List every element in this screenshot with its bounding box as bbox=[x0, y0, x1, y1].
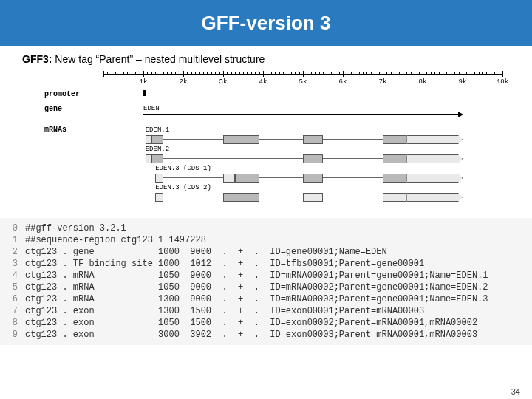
line-number: 3 bbox=[0, 258, 25, 270]
row-label-gene: gene bbox=[44, 105, 100, 113]
line-number: 7 bbox=[0, 305, 25, 317]
cds-segment bbox=[223, 193, 259, 202]
gene-track: EDEN bbox=[103, 112, 502, 123]
line-number: 6 bbox=[0, 293, 25, 305]
ruler-tick-label: 1k bbox=[140, 78, 148, 86]
ruler-tick-label: 5k bbox=[299, 78, 307, 86]
page-number: 34 bbox=[511, 387, 520, 396]
code-text: ctg123 . exon 1050 1500 . + . ID=exon000… bbox=[25, 317, 532, 329]
code-text: ctg123 . exon 1300 1500 . + . ID=exon000… bbox=[25, 305, 532, 317]
subtitle-rest: New tag “Parent” – nested multilevel str… bbox=[52, 53, 265, 65]
ruler-tick-label: 4k bbox=[259, 78, 267, 86]
cds-segment bbox=[151, 154, 163, 163]
promoter-box bbox=[143, 90, 146, 96]
code-line: 7ctg123 . exon 1300 1500 . + . ID=exon00… bbox=[0, 305, 532, 317]
slide-title: GFF-version 3 bbox=[202, 12, 331, 35]
code-line: 1##sequence-region ctg123 1 1497228 bbox=[0, 234, 532, 246]
cds-segment bbox=[383, 154, 406, 163]
cds-segment bbox=[383, 174, 406, 183]
line-number: 9 bbox=[0, 329, 25, 341]
cds-segment bbox=[235, 174, 259, 183]
cds-segment bbox=[383, 135, 406, 144]
line-number: 8 bbox=[0, 317, 25, 329]
ruler-tick-label: 3k bbox=[219, 78, 228, 86]
mrna-name: EDEN.2 bbox=[146, 146, 169, 153]
code-line: 3ctg123 . TF_binding_site 1000 1012 . + … bbox=[0, 258, 532, 270]
cds-segment bbox=[303, 174, 323, 183]
utr-segment bbox=[383, 193, 406, 202]
slide-header: GFF-version 3 bbox=[0, 0, 532, 46]
mrna-name: EDEN.3 (CDS 2) bbox=[155, 184, 211, 191]
mrna-name: EDEN.3 (CDS 1) bbox=[155, 165, 211, 172]
code-text: ctg123 . mRNA 1050 9000 . + . ID=mRNA000… bbox=[25, 270, 532, 282]
code-text: ctg123 . mRNA 1300 9000 . + . ID=mRNA000… bbox=[25, 293, 532, 305]
code-text: ctg123 . mRNA 1050 9000 . + . ID=mRNA000… bbox=[25, 282, 532, 293]
ruler-tick-label: 10k bbox=[497, 78, 508, 86]
promoter-track bbox=[103, 90, 502, 100]
code-block: 0##gff-version 3.2.11##sequence-region c… bbox=[0, 218, 532, 345]
ruler: 1k2k3k4k5k6k7k8k9k10k bbox=[103, 69, 502, 83]
line-number: 5 bbox=[0, 282, 25, 293]
subtitle-lead: GFF3: bbox=[22, 53, 52, 65]
gene-name-label: EDEN bbox=[143, 105, 160, 112]
utr-segment bbox=[406, 154, 463, 163]
mrna-name: EDEN.1 bbox=[146, 126, 169, 134]
cds-segment bbox=[223, 135, 259, 144]
utr-segment bbox=[155, 193, 163, 202]
line-number: 2 bbox=[0, 246, 25, 258]
utr-segment bbox=[303, 193, 323, 202]
code-line: 2ctg123 . gene 1000 9000 . + . ID=gene00… bbox=[0, 246, 532, 258]
code-text: ctg123 . TF_binding_site 1000 1012 . + .… bbox=[25, 258, 532, 270]
mrna-row: EDEN.3 (CDS 2) bbox=[103, 191, 502, 208]
code-text: ##gff-version 3.2.1 bbox=[25, 222, 532, 234]
genome-diagram: 1k2k3k4k5k6k7k8k9k10k promoter gene EDEN… bbox=[44, 69, 510, 214]
utr-segment bbox=[406, 193, 463, 202]
ruler-tick-label: 9k bbox=[459, 78, 467, 86]
utr-segment bbox=[223, 174, 235, 183]
ruler-tick-label: 8k bbox=[419, 78, 427, 86]
utr-segment bbox=[406, 135, 463, 144]
code-line: 0##gff-version 3.2.1 bbox=[0, 222, 532, 234]
code-line: 4ctg123 . mRNA 1050 9000 . + . ID=mRNA00… bbox=[0, 270, 532, 282]
line-number: 1 bbox=[0, 234, 25, 246]
row-label-promoter: promoter bbox=[44, 90, 100, 98]
cds-segment bbox=[151, 135, 163, 144]
cds-segment bbox=[303, 154, 323, 163]
utr-segment bbox=[406, 174, 463, 183]
ruler-tick-label: 6k bbox=[339, 78, 347, 86]
subtitle: GFF3: New tag “Parent” – nested multilev… bbox=[0, 46, 532, 68]
code-text: ctg123 . exon 3000 3902 . + . ID=exon000… bbox=[25, 329, 532, 341]
code-line: 5ctg123 . mRNA 1050 9000 . + . ID=mRNA00… bbox=[0, 282, 532, 293]
cds-segment bbox=[303, 135, 323, 144]
code-text: ctg123 . gene 1000 9000 . + . ID=gene000… bbox=[25, 246, 532, 258]
code-line: 8ctg123 . exon 1050 1500 . + . ID=exon00… bbox=[0, 317, 532, 329]
line-number: 0 bbox=[0, 222, 25, 234]
ruler-tick-label: 7k bbox=[379, 78, 387, 86]
line-number: 4 bbox=[0, 270, 25, 282]
code-text: ##sequence-region ctg123 1 1497228 bbox=[25, 234, 532, 246]
utr-segment bbox=[155, 174, 163, 183]
code-line: 6ctg123 . mRNA 1300 9000 . + . ID=mRNA00… bbox=[0, 293, 532, 305]
code-line: 9ctg123 . exon 3000 3902 . + . ID=exon00… bbox=[0, 329, 532, 341]
row-label-mrnas: mRNAs bbox=[44, 126, 100, 134]
ruler-tick-label: 2k bbox=[180, 78, 188, 86]
